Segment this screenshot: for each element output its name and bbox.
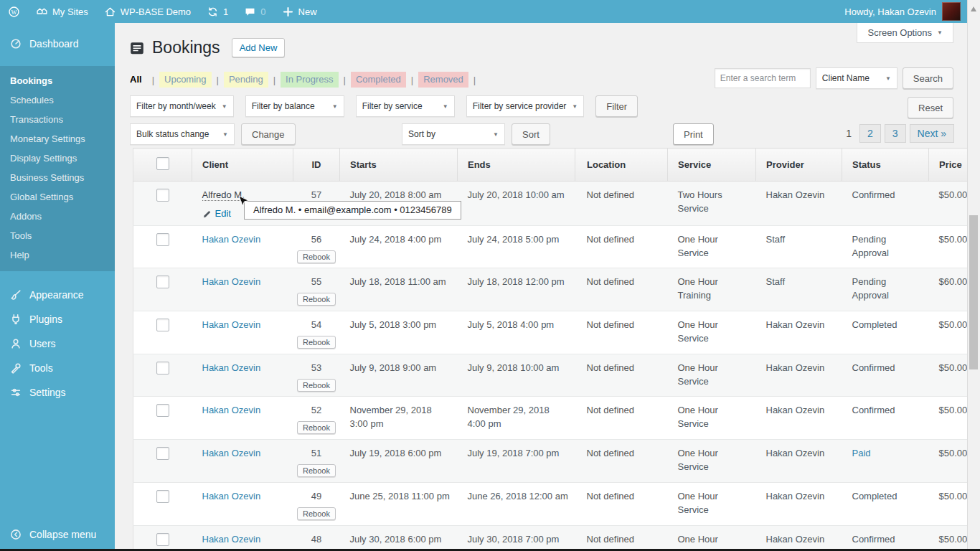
- search-button[interactable]: Search: [903, 67, 953, 89]
- row-checkbox[interactable]: [156, 233, 169, 246]
- print-button[interactable]: Print: [673, 123, 714, 145]
- column-header[interactable]: Status: [842, 149, 929, 182]
- submenu-item[interactable]: Monetary Settings: [0, 129, 115, 149]
- filter-button[interactable]: Filter: [595, 95, 638, 117]
- column-header[interactable]: ID: [293, 149, 340, 182]
- scrollbar-up-arrow[interactable]: [971, 4, 976, 11]
- row-checkbox[interactable]: [156, 362, 169, 375]
- submenu-item[interactable]: Tools: [0, 226, 115, 245]
- column-header[interactable]: Price: [929, 149, 969, 182]
- submenu-item[interactable]: Help: [0, 245, 115, 265]
- main-content: Screen Options ▼ Bookings Add New All | …: [115, 23, 968, 551]
- pagination-next[interactable]: Next »: [910, 124, 954, 143]
- row-checkbox[interactable]: [156, 447, 169, 460]
- client-link[interactable]: Hakan Ozevin: [202, 276, 261, 287]
- row-checkbox[interactable]: [156, 189, 169, 202]
- vertical-scrollbar[interactable]: [967, 0, 980, 551]
- submenu-item[interactable]: Global Settings: [0, 187, 115, 207]
- filter-select[interactable]: Filter by service provider ▼: [466, 95, 585, 117]
- sidebar-item[interactable]: Appearance: [0, 283, 115, 307]
- location-cell: Not defined: [575, 311, 668, 354]
- service-cell: One Hour Service: [668, 525, 756, 551]
- status-tab[interactable]: All: [130, 72, 147, 88]
- submenu-item[interactable]: Bookings: [0, 71, 115, 90]
- status-tab[interactable]: Removed: [418, 72, 468, 88]
- column-header[interactable]: Client: [192, 149, 293, 182]
- status-tab[interactable]: Upcoming: [159, 72, 212, 88]
- reset-button[interactable]: Reset: [908, 97, 953, 118]
- submenu-item[interactable]: Addons: [0, 207, 115, 226]
- sidebar-item[interactable]: Tools: [0, 356, 115, 380]
- client-link[interactable]: Hakan Ozevin: [202, 491, 261, 501]
- row-checkbox[interactable]: [156, 533, 169, 546]
- status-cell: Confirmed: [842, 397, 929, 440]
- table-row: Hakan Ozevin 51 Rebook July 19, 2018 6:0…: [133, 440, 969, 483]
- row-checkbox[interactable]: [156, 404, 169, 417]
- screen-options-toggle[interactable]: Screen Options ▼: [857, 23, 953, 43]
- rebook-button[interactable]: Rebook: [297, 421, 336, 434]
- client-link[interactable]: Hakan Ozevin: [202, 319, 261, 330]
- wordpress-logo[interactable]: W: [0, 0, 28, 23]
- sidebar-item[interactable]: Plugins: [0, 307, 115, 331]
- booking-id: 52: [311, 405, 321, 415]
- client-link[interactable]: Hakan Ozevin: [202, 448, 261, 458]
- filter-select[interactable]: Filter by balance ▼: [245, 95, 344, 117]
- add-new-button[interactable]: Add New: [232, 38, 286, 57]
- edit-link[interactable]: Edit: [215, 207, 231, 221]
- pagination-page[interactable]: 3: [885, 124, 906, 143]
- price-cell: $50.00: [929, 311, 969, 354]
- column-header[interactable]: Ends: [458, 149, 575, 182]
- column-header[interactable]: Service: [668, 149, 756, 182]
- column-header[interactable]: Location: [575, 149, 668, 182]
- status-tab[interactable]: In Progress: [281, 72, 338, 88]
- status-tab[interactable]: Pending: [224, 72, 268, 88]
- collapse-menu-button[interactable]: Collapse menu: [0, 522, 115, 547]
- client-link[interactable]: Hakan Ozevin: [202, 234, 261, 245]
- rebook-button[interactable]: Rebook: [297, 379, 336, 392]
- tab-separator: |: [217, 75, 219, 85]
- my-sites-menu[interactable]: My Sites: [28, 0, 96, 23]
- filter-select[interactable]: Filter by month/week ▼: [130, 95, 234, 117]
- updates-indicator[interactable]: 1: [199, 0, 236, 23]
- change-button[interactable]: Change: [241, 123, 296, 145]
- sort-button[interactable]: Sort: [512, 123, 550, 145]
- submenu-item[interactable]: Business Settings: [0, 168, 115, 187]
- client-link[interactable]: Hakan Ozevin: [202, 405, 261, 415]
- rebook-button[interactable]: Rebook: [297, 336, 336, 349]
- scrollbar-thumb[interactable]: [969, 215, 978, 369]
- rebook-button[interactable]: Rebook: [297, 293, 336, 306]
- sidebar-item[interactable]: Settings: [0, 380, 115, 405]
- client-link[interactable]: Hakan Ozevin: [202, 362, 261, 373]
- client-link[interactable]: Alfredo M.: [202, 189, 245, 201]
- new-content-menu[interactable]: New: [274, 0, 325, 23]
- submenu-item[interactable]: Schedules: [0, 90, 115, 110]
- search-input[interactable]: [715, 68, 811, 88]
- submenu-item[interactable]: Transactions: [0, 110, 115, 129]
- pagination-page[interactable]: 2: [859, 124, 881, 143]
- starts-cell: July 19, 2018 6:00 pm: [340, 440, 458, 483]
- rebook-button[interactable]: Rebook: [297, 250, 336, 263]
- search-field-select[interactable]: Client Name ▼: [816, 67, 897, 89]
- howdy-account-menu[interactable]: Howdy, Hakan Ozevin: [844, 6, 936, 17]
- updates-count: 1: [223, 6, 228, 17]
- comments-indicator[interactable]: 0: [236, 0, 273, 23]
- site-name-menu[interactable]: WP-BASE Demo: [96, 0, 199, 23]
- status-tab[interactable]: Completed: [351, 72, 406, 88]
- row-checkbox[interactable]: [156, 490, 169, 503]
- filter-select[interactable]: Filter by service ▼: [356, 95, 455, 117]
- avatar[interactable]: [942, 2, 961, 21]
- sidebar-item[interactable]: Users: [0, 331, 115, 356]
- rebook-button[interactable]: Rebook: [297, 507, 336, 520]
- column-header[interactable]: Starts: [340, 149, 458, 182]
- rebook-button[interactable]: Rebook: [297, 464, 336, 477]
- column-header[interactable]: Provider: [756, 149, 842, 182]
- client-link[interactable]: Hakan Ozevin: [202, 534, 261, 545]
- bulk-status-select[interactable]: Bulk status change ▼: [130, 123, 235, 145]
- sidebar-item-dashboard[interactable]: Dashboard: [0, 32, 115, 56]
- sort-by-select[interactable]: Sort by ▼: [402, 123, 505, 145]
- submenu-item[interactable]: Display Settings: [0, 149, 115, 168]
- admin-sidebar: Dashboard Bookings Schedules Transaction…: [0, 23, 115, 551]
- row-checkbox[interactable]: [156, 319, 169, 331]
- row-checkbox[interactable]: [156, 276, 169, 288]
- select-all-checkbox[interactable]: [156, 157, 169, 170]
